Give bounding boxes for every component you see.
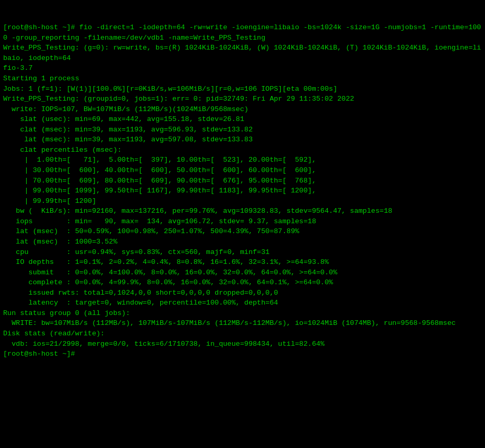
terminal-window[interactable]: [root@sh-host ~]# fio -direct=1 -iodepth… [0,0,485,448]
terminal-line: IO depths : 1=0.1%, 2=0.2%, 4=0.4%, 8=0.… [3,257,482,268]
terminal-output: [root@sh-host ~]# fio -direct=1 -iodepth… [3,22,482,359]
terminal-line: | 99.00th=[ 1099], 99.50th=[ 1167], 99.9… [3,186,482,196]
terminal-line: Jobs: 1 (f=1): [W(1)][100.0%][r=0KiB/s,w… [3,84,482,94]
terminal-line: WRITE: bw=107MiB/s (112MB/s), 107MiB/s-1… [3,318,482,329]
terminal-line: | 70.00th=[ 609], 80.00th=[ 609], 90.00t… [3,176,482,186]
terminal-line: vdb: ios=21/2998, merge=0/0, ticks=6/171… [3,339,482,349]
terminal-line: Write_PPS_Testing: (groupid=0, jobs=1): … [3,94,482,104]
terminal-line: write: IOPS=107, BW=107MiB/s (112MB/s)(1… [3,104,482,115]
terminal-line: complete : 0=0.0%, 4=99.9%, 8=0.0%, 16=0… [3,277,482,288]
terminal-line: bw ( KiB/s): min=92160, max=137216, per=… [3,206,482,216]
terminal-line: fio-3.7 [3,63,482,74]
terminal-line: issued rwts: total=0,1024,0,0 short=0,0,… [3,288,482,298]
terminal-line: lat (msec): min=39, max=1193, avg=597.08… [3,135,482,145]
terminal-line: | 30.00th=[ 600], 40.00th=[ 600], 50.00t… [3,165,482,176]
terminal-line: | 1.00th=[ 71], 5.00th=[ 397], 10.00th=[… [3,155,482,165]
terminal-line: lat (msec) : 1000=3.52% [3,237,482,247]
terminal-line: cpu : usr=0.94%, sys=0.83%, ctx=560, maj… [3,247,482,258]
terminal-line: Disk stats (read/write): [3,329,482,339]
terminal-line: lat (msec) : 50=0.59%, 100=0.98%, 250=1.… [3,226,482,237]
terminal-line: [root@sh-host ~]# [3,349,482,359]
terminal-line: [root@sh-host ~]# fio -direct=1 -iodepth… [3,22,482,43]
terminal-line: latency : target=0, window=0, percentile… [3,298,482,308]
terminal-line: clat (msec): min=39, max=1193, avg=596.9… [3,125,482,135]
terminal-line: Run status group 0 (all jobs): [3,308,482,319]
terminal-line: clat percentiles (msec): [3,145,482,155]
terminal-line: Write_PPS_Testing: (g=0): rw=write, bs=(… [3,43,482,63]
terminal-line: | 99.99th=[ 1200] [3,196,482,207]
terminal-line: submit : 0=0.0%, 4=100.0%, 8=0.0%, 16=0.… [3,268,482,278]
terminal-line: iops : min= 90, max= 134, avg=106.72, st… [3,216,482,227]
terminal-line: slat (usec): min=69, max=442, avg=155.18… [3,114,482,125]
terminal-line: Starting 1 process [3,74,482,84]
